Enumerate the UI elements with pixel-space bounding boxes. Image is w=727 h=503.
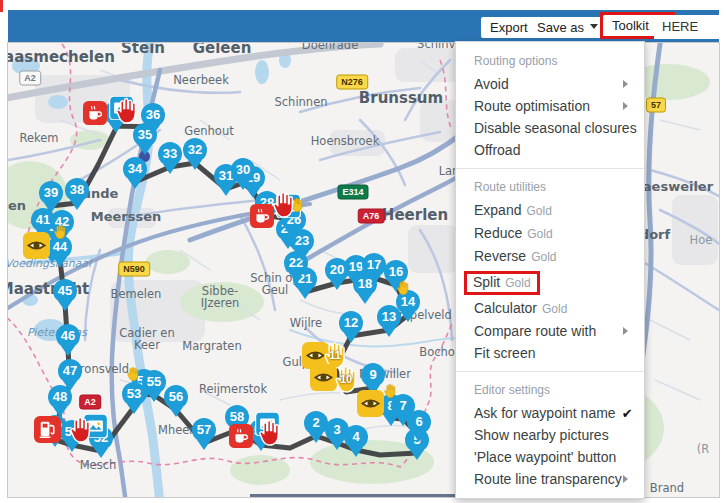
menu-item-label: Expand: [474, 202, 521, 218]
road-badge-57: 57: [646, 98, 666, 113]
menu-item-fit-screen[interactable]: Fit screen: [456, 342, 644, 364]
coffee-poi-icon[interactable]: [83, 101, 107, 125]
menu-item-label: Split: [473, 274, 500, 290]
map-provider-select[interactable]: HERE: [654, 15, 727, 39]
menu-item-label: Route line transparency: [474, 471, 622, 487]
fuel-station-icon[interactable]: [34, 416, 61, 443]
submenu-arrow-icon: [623, 475, 632, 483]
waypoint-number: 10: [331, 373, 361, 385]
menu-item-reduce[interactable]: ReduceGold: [456, 222, 644, 245]
pin-tail: [61, 346, 75, 356]
waypoint-pin-4[interactable]: 4: [344, 425, 368, 457]
small-hand-icon[interactable]: [395, 280, 411, 296]
menu-item-ask-for-waypoint-name[interactable]: Ask for waypoint name✔: [456, 402, 644, 424]
menu-section-header-routing-options: Routing options: [456, 48, 644, 73]
waypoint-number: 36: [141, 103, 165, 127]
waypoint-pin-48[interactable]: 48: [48, 385, 72, 417]
waypoint-pin-46[interactable]: 46: [56, 324, 80, 356]
map-label-doenrade: Doenrade: [302, 43, 358, 51]
waypoint-number: 45: [53, 279, 77, 303]
waypoint-pin-55[interactable]: 55: [142, 370, 166, 402]
menu-item-label: Route optimisation: [474, 98, 590, 114]
waypoint-pin-56[interactable]: 56: [164, 385, 188, 417]
menu-item-label: 'Place waypoint' button: [474, 449, 616, 465]
map-label-en: en: [8, 199, 26, 213]
map-label-mheer: Mheer: [158, 424, 194, 436]
waypoint-pin-45[interactable]: 45: [53, 279, 77, 311]
waypoint-number: 39: [39, 181, 63, 205]
pin-tail: [169, 407, 183, 417]
menu-item-disable-seasonal-closures[interactable]: Disable seasonal closures: [456, 117, 644, 139]
waypoint-pin-38[interactable]: 38: [65, 178, 89, 210]
small-hand-icon[interactable]: [125, 366, 141, 382]
waypoint-pin-20[interactable]: 20: [325, 258, 349, 290]
coffee-poi-icon[interactable]: [229, 424, 253, 448]
waypoint-pin-57[interactable]: 57: [192, 418, 216, 450]
red-hand-icon[interactable]: [112, 96, 141, 126]
waypoint-pin-32[interactable]: 32: [183, 138, 207, 170]
pin-tail: [188, 160, 202, 170]
pin-tail: [138, 145, 152, 155]
menu-item-label: Show nearby pictures: [474, 427, 609, 443]
waypoint-pin-12[interactable]: 12: [339, 311, 363, 343]
map-label-wijlre: Wijlre: [290, 317, 322, 329]
pin-tail: [58, 301, 72, 311]
menu-item-place-waypoint-button[interactable]: 'Place waypoint' button: [456, 446, 644, 468]
waypoint-number: 48: [48, 385, 72, 409]
pin-tail: [94, 448, 108, 458]
map-label-hoensbroek: Hoensbroek: [311, 135, 380, 147]
map-label-maastricht: Maastricht: [8, 282, 89, 298]
map-label-neerbeek: Neerbeek: [173, 74, 229, 86]
waypoint-pin-34[interactable]: 34: [123, 157, 147, 189]
clipped-edge-marker: [0, 0, 3, 12]
menu-item-show-nearby-pictures[interactable]: Show nearby pictures: [456, 424, 644, 446]
menu-item-compare-route-with[interactable]: Compare route with: [456, 320, 644, 342]
waypoint-number: 55: [142, 370, 166, 394]
menu-item-reverse[interactable]: ReverseGold: [456, 245, 644, 268]
map-label-rekem: Rekem: [19, 132, 58, 144]
menu-item-split[interactable]: SplitGold: [456, 268, 644, 297]
red-hand-icon[interactable]: [66, 415, 95, 445]
menu-item-offroad[interactable]: Offroad: [456, 139, 644, 161]
save-as-button[interactable]: Save as: [528, 17, 607, 38]
waypoint-number: 20: [325, 258, 349, 282]
pin-tail: [147, 392, 161, 402]
waypoint-pin-31[interactable]: 31: [214, 164, 238, 196]
map-label-sibbe-ijzeren: Sibbe- IJzeren: [201, 285, 240, 309]
menu-item-label: Reverse: [474, 248, 526, 264]
checkmark-icon: ✔: [622, 406, 633, 421]
map-label-heerlen: Heerlen: [382, 208, 448, 224]
viewpoint-icon[interactable]: [357, 390, 384, 417]
pin-tail: [382, 327, 396, 337]
waypoint-number: 18: [353, 272, 377, 296]
pin-tail: [128, 179, 142, 189]
small-hand-icon[interactable]: [382, 383, 398, 399]
map-label-reijmerstok: Reijmerstok: [199, 383, 267, 395]
waypoint-pin-39[interactable]: 39: [39, 181, 63, 213]
viewpoint-icon[interactable]: [23, 232, 50, 259]
red-hand-icon[interactable]: [255, 418, 284, 448]
waypoint-number: 4: [344, 425, 368, 449]
map-label-cadier-en-keer: Cadier en Keer: [119, 327, 174, 351]
red-hand-icon[interactable]: [269, 190, 298, 220]
menu-item-avoid[interactable]: Avoid: [456, 73, 644, 95]
map-label-bemelen: Bemelen: [111, 288, 162, 300]
map-label-mesch: Mesch: [80, 459, 117, 471]
menu-item-expand[interactable]: ExpandGold: [456, 199, 644, 222]
menu-item-route-optimisation[interactable]: Route optimisation: [456, 95, 644, 117]
waypoint-pin-33[interactable]: 33: [158, 142, 182, 174]
road-badge-e314: E314: [337, 185, 368, 200]
map-label-maasmechelen: Maasmechelen: [8, 50, 115, 66]
menu-item-route-line-transparency[interactable]: Route line transparency: [456, 468, 644, 490]
waypoint-pin-36[interactable]: 36: [141, 103, 165, 135]
pin-tail: [298, 289, 312, 299]
top-toolbar: Export Save as Toolkit HERE: [8, 10, 719, 43]
waypoint-pin-18[interactable]: 18: [353, 272, 377, 304]
small-hand-icon[interactable]: [52, 224, 68, 240]
waypoint-number: 33: [158, 142, 182, 166]
menu-item-calculator[interactable]: CalculatorGold: [456, 297, 644, 320]
gold-badge: Gold: [531, 250, 556, 264]
waypoint-number: 47: [58, 359, 82, 383]
menu-item-label: Offroad: [474, 142, 520, 158]
pin-tail: [236, 180, 250, 190]
